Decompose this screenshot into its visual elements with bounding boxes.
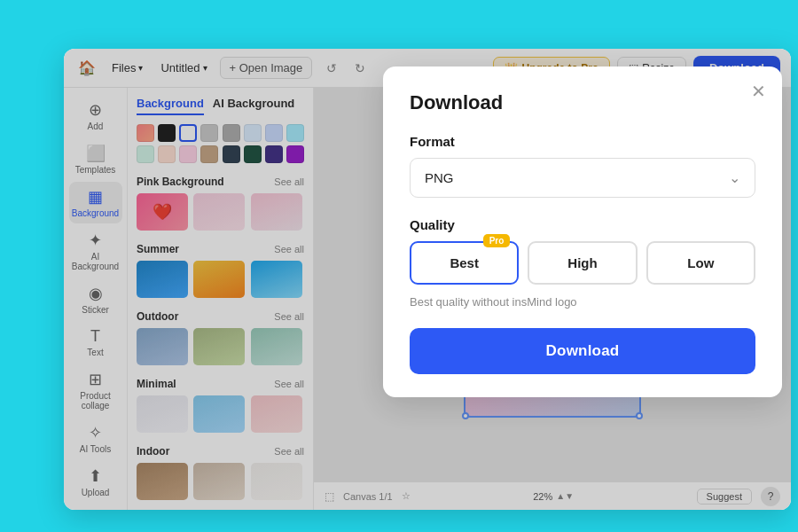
quality-high[interactable]: High xyxy=(528,241,637,285)
download-modal-button[interactable]: Download xyxy=(410,328,755,374)
quality-best[interactable]: Pro Best xyxy=(410,241,519,285)
quality-best-label: Best xyxy=(450,255,479,270)
quality-low-label: Low xyxy=(687,255,714,270)
quality-low[interactable]: Low xyxy=(646,241,755,285)
modal-close-button[interactable]: ✕ xyxy=(751,82,766,100)
quality-options: Pro Best High Low xyxy=(410,241,755,285)
modal-overlay: Download ✕ Format PNG ⌄ Quality Pro Best… xyxy=(64,49,791,510)
format-value: PNG xyxy=(425,170,454,185)
format-label: Format xyxy=(410,134,755,149)
quality-high-label: High xyxy=(567,255,597,270)
pro-badge: Pro xyxy=(483,234,511,247)
app-window: 🏠 Files ▾ Untitled ▾ + Open Image ↺ ↻ 👑 … xyxy=(64,49,791,510)
format-chevron-icon: ⌄ xyxy=(729,169,740,186)
quality-label: Quality xyxy=(410,217,755,232)
quality-description: Best quality without insMind logo xyxy=(410,295,755,309)
format-select[interactable]: PNG ⌄ xyxy=(410,158,755,198)
download-modal: Download ✕ Format PNG ⌄ Quality Pro Best… xyxy=(383,66,782,397)
modal-title: Download xyxy=(410,91,755,114)
